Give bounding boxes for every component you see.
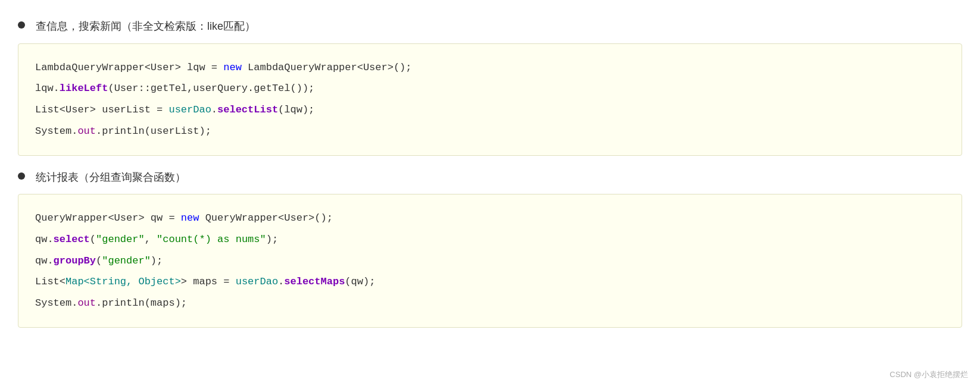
bullet-dot-1 <box>18 21 25 29</box>
section2-title: 统计报表（分组查询聚合函数） <box>36 169 186 186</box>
code-line: List<Map<String, Object>> maps = userDao… <box>35 271 945 293</box>
code-line: System.out.println(maps); <box>35 293 945 314</box>
code-line: qw.groupBy("gender"); <box>35 250 945 272</box>
code-line: qw.select("gender", "count(*) as nums"); <box>35 229 945 250</box>
section1-title: 查信息，搜索新闻（非全文检索版：like匹配） <box>36 18 255 35</box>
footer-text: CSDN @小袁拒绝摆烂 <box>890 369 968 380</box>
code-line: System.out.println(userList); <box>35 121 945 142</box>
code-block-1: LambdaQueryWrapper<User> lqw = new Lambd… <box>18 43 962 156</box>
code-block-2: QueryWrapper<User> qw = new QueryWrapper… <box>18 194 962 327</box>
section1-header: 查信息，搜索新闻（非全文检索版：like匹配） <box>18 18 962 35</box>
code-line: List<User> userList = userDao.selectList… <box>35 99 945 121</box>
bullet-dot-2 <box>18 172 25 180</box>
section2-header: 统计报表（分组查询聚合函数） <box>18 169 962 186</box>
code-line: LambdaQueryWrapper<User> lqw = new Lambd… <box>35 57 945 79</box>
code-line: QueryWrapper<User> qw = new QueryWrapper… <box>35 208 945 229</box>
code-line: lqw.likeLeft(User::getTel,userQuery.getT… <box>35 78 945 99</box>
